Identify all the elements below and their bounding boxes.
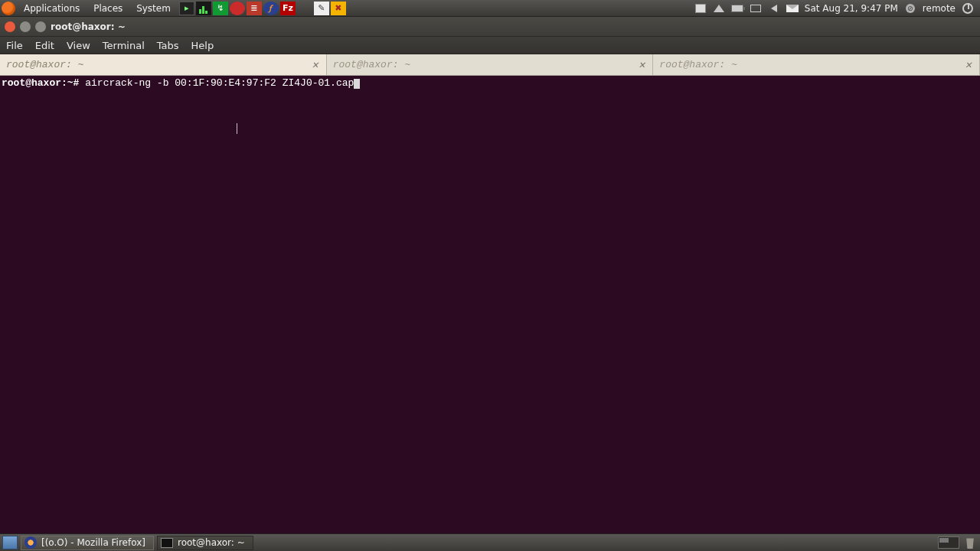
terminal-tab-3[interactable]: root@haxor: ~ ✕ [653,54,980,75]
prompt-host: root@haxor [2,77,61,89]
terminal-launcher-icon[interactable]: ▸ [179,2,194,15]
menu-view[interactable]: View [60,40,96,51]
terminal-tab-1[interactable]: root@haxor: ~ ✕ [0,54,327,75]
tab-label: root@haxor: ~ [659,59,737,70]
taskbar-item-terminal[interactable]: root@haxor: ~ [157,536,253,550]
mouse-ibeam-cursor [237,123,237,134]
tab-close-icon[interactable]: ✕ [310,58,319,71]
taskbar-item-label: root@haxor: ~ [178,537,245,548]
volume-icon[interactable] [768,3,780,14]
battery-icon[interactable] [731,3,743,14]
window-maximize-button[interactable] [35,21,46,32]
system-bottom-panel: [(o.O) - Mozilla Firefox] root@haxor: ~ [0,533,980,551]
tool-launcher-icon[interactable]: ≣ [247,2,262,15]
prompt-separator: :~# [61,77,79,89]
terminal-menubar: File Edit View Terminal Tabs Help [0,37,980,54]
mail-icon[interactable] [786,3,799,14]
taskbar-item-firefox[interactable]: [(o.O) - Mozilla Firefox] [21,536,154,550]
record-launcher-icon[interactable] [230,2,245,15]
tab-label: root@haxor: ~ [333,59,410,70]
user-indicator[interactable]: remote [923,3,956,14]
terminal-tab-2[interactable]: root@haxor: ~ ✕ [327,54,654,75]
menu-system[interactable]: System [131,3,176,14]
block-icon[interactable]: ⊘ [904,3,916,14]
editor-launcher-icon[interactable]: ✎ [314,2,329,15]
terminal-line: root@haxor:~# aircrack-ng -b 00:1F:90:E4… [2,77,978,89]
show-desktop-button[interactable] [2,536,18,549]
tray-display-icon[interactable] [694,3,707,14]
system-top-panel: Applications Places System ▸ ↯ ≣ 𝑓 Fz ✎ … [0,0,980,17]
network-launcher-icon[interactable]: ↯ [213,2,228,15]
firefox-launcher-icon[interactable]: 𝑓 [263,2,279,15]
text-cursor [354,79,360,89]
menu-edit[interactable]: Edit [29,40,60,51]
system-monitor-launcher-icon[interactable] [196,2,211,15]
command-text: aircrack-ng -b 00:1F:90:E4:97:F2 ZI4J0-0… [85,77,354,89]
power-icon[interactable] [962,3,974,14]
ubuntu-logo-icon[interactable] [2,2,15,15]
filezilla-launcher-icon[interactable]: Fz [280,2,296,15]
tab-label: root@haxor: ~ [6,59,83,70]
clock-label[interactable]: Sat Aug 21, 9:47 PM [805,3,898,14]
trash-icon[interactable] [964,536,976,549]
menu-file[interactable]: File [0,40,29,51]
window-titlebar[interactable]: root@haxor: ~ [0,17,980,37]
window-minimize-button[interactable] [20,21,31,32]
firefox-icon [24,536,37,549]
system-tray: Sat Aug 21, 9:47 PM ⊘ remote [694,3,978,14]
window-close-button[interactable] [5,21,15,32]
menu-help[interactable]: Help [185,40,220,51]
tab-close-icon[interactable]: ✕ [637,58,646,71]
system-menu-group: Applications Places System [18,3,176,14]
window-title: root@haxor: ~ [51,21,126,32]
menu-applications[interactable]: Applications [18,3,85,14]
terminal-tabstrip: root@haxor: ~ ✕ root@haxor: ~ ✕ root@hax… [0,54,980,76]
tab-close-icon[interactable]: ✕ [964,58,973,71]
menu-places[interactable]: Places [88,3,128,14]
menu-tabs[interactable]: Tabs [151,40,185,51]
display-switch-icon[interactable] [750,3,762,14]
taskbar-item-label: [(o.O) - Mozilla Firefox] [41,537,145,548]
workspace-switcher[interactable] [938,536,959,549]
settings-launcher-icon[interactable]: ✖ [331,2,346,15]
launcher-gap [297,2,312,15]
menu-terminal[interactable]: Terminal [96,40,151,51]
terminal-viewport[interactable]: root@haxor:~# aircrack-ng -b 00:1F:90:E4… [0,76,980,533]
quick-launchers: ▸ ↯ ≣ 𝑓 Fz ✎ ✖ [179,2,346,15]
wifi-icon[interactable] [713,3,725,14]
terminal-icon [161,538,173,548]
